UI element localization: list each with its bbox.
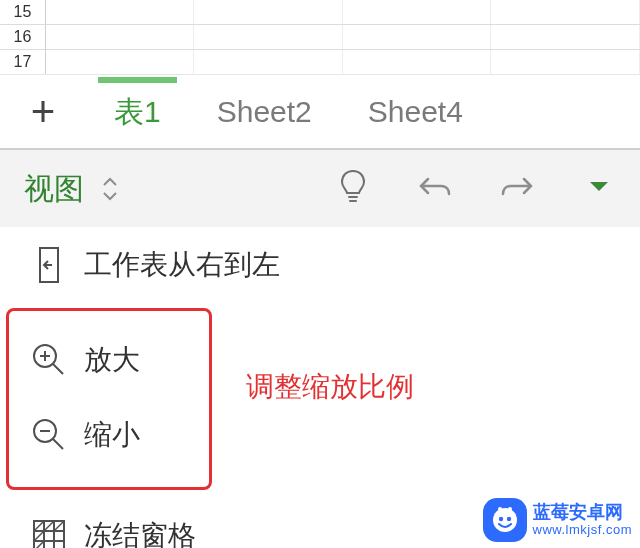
watermark-title: 蓝莓安卓网 — [533, 503, 632, 523]
option-zoom-in[interactable]: 放大 — [0, 322, 640, 397]
lightbulb-button[interactable] — [312, 150, 394, 228]
option-label: 工作表从右到左 — [84, 246, 280, 284]
freeze-panes-icon — [24, 516, 74, 549]
undo-icon — [417, 172, 453, 206]
option-label: 缩小 — [84, 416, 140, 454]
svg-point-19 — [506, 517, 510, 521]
svg-line-5 — [53, 439, 63, 449]
page-left-arrow-icon — [24, 245, 74, 285]
redo-button[interactable] — [476, 150, 558, 228]
redo-icon — [499, 172, 535, 206]
sheet-tab-表1[interactable]: 表1 — [86, 75, 189, 149]
svg-point-17 — [493, 508, 517, 532]
sheet-tab-label: 表1 — [114, 92, 161, 133]
svg-point-20 — [498, 507, 502, 511]
toolbar-label: 视图 — [24, 169, 84, 210]
row-header-17[interactable]: 17 — [0, 50, 46, 74]
screenshot-root: 15 16 17 + 表1 Sheet2 Sheet4 视图 — [0, 0, 640, 548]
sheet-tab-sheet2[interactable]: Sheet2 — [189, 75, 340, 149]
svg-line-1 — [53, 364, 63, 374]
undo-button[interactable] — [394, 150, 476, 228]
toolbar-menu-button[interactable]: 视图 — [24, 169, 122, 210]
watermark: 蓝莓安卓网 www.lmkjsf.com — [483, 498, 632, 542]
option-label: 冻结窗格 — [84, 517, 196, 549]
caret-down-icon — [588, 180, 610, 198]
svg-line-13 — [34, 531, 44, 541]
svg-point-18 — [498, 517, 502, 521]
watermark-badge-icon — [483, 498, 527, 542]
option-sheet-rtl[interactable]: 工作表从右到左 — [0, 227, 640, 302]
option-zoom-out[interactable]: 缩小 — [0, 397, 640, 472]
zoom-out-icon — [24, 415, 74, 455]
svg-line-16 — [54, 521, 64, 531]
toolbar-more-button[interactable] — [558, 150, 640, 228]
svg-line-12 — [34, 521, 44, 531]
spreadsheet-grid[interactable]: 15 16 17 — [0, 0, 640, 74]
svg-line-14 — [34, 541, 44, 549]
sheet-tab-label: Sheet2 — [217, 95, 312, 129]
option-label: 放大 — [84, 341, 140, 379]
svg-line-15 — [44, 521, 54, 531]
row-header-15[interactable]: 15 — [0, 0, 46, 24]
watermark-url: www.lmkjsf.com — [533, 523, 632, 537]
lightbulb-icon — [338, 168, 368, 210]
toolbar: 视图 — [0, 148, 640, 229]
sheet-tab-label: Sheet4 — [368, 95, 463, 129]
svg-point-21 — [508, 507, 512, 511]
zoom-in-icon — [24, 340, 74, 380]
add-sheet-button[interactable]: + — [0, 75, 86, 149]
chevron-up-down-icon — [98, 169, 122, 209]
row-header-16[interactable]: 16 — [0, 25, 46, 49]
sheet-tab-sheet4[interactable]: Sheet4 — [340, 75, 491, 149]
sheet-tab-bar: + 表1 Sheet2 Sheet4 — [0, 74, 640, 149]
